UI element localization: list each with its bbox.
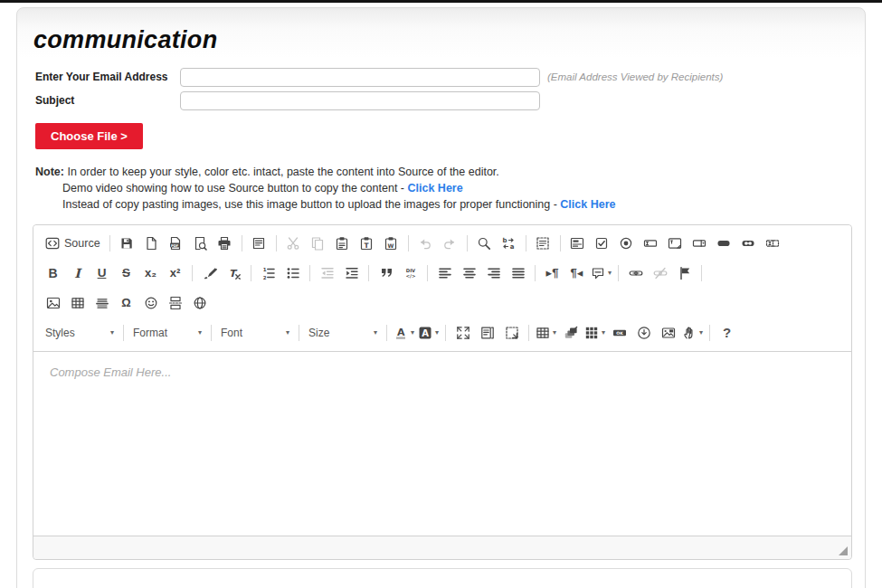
- toolbar-separator: [445, 325, 446, 341]
- editor-placeholder: Compose Email Here...: [50, 365, 835, 379]
- toolbar-row: SourcePDFTWba: [41, 228, 844, 258]
- editor-content-area[interactable]: Compose Email Here...: [33, 352, 851, 536]
- text-field-button[interactable]: [639, 232, 663, 255]
- language-button[interactable]: ▾: [589, 261, 613, 285]
- bold-button[interactable]: B: [41, 261, 65, 285]
- bidi-rtl-button[interactable]: ¶◂: [564, 261, 589, 285]
- italic-button[interactable]: I: [65, 261, 90, 285]
- print-button[interactable]: [213, 232, 237, 255]
- slideshow-button[interactable]: [656, 321, 680, 345]
- subject-label: Subject: [35, 94, 180, 107]
- show-blocks-button[interactable]: [475, 321, 499, 345]
- redo-icon: [442, 236, 457, 251]
- superscript-icon: x²: [170, 267, 181, 279]
- iframe-button[interactable]: [187, 291, 212, 315]
- styles-combo[interactable]: Styles▾: [41, 321, 119, 345]
- superscript-button[interactable]: x²: [163, 261, 187, 285]
- anchor-icon: [678, 266, 692, 280]
- align-left-button[interactable]: [432, 261, 457, 285]
- table-tools-button[interactable]: ▾: [534, 321, 558, 345]
- ok-badge-button[interactable]: OK: [607, 321, 631, 345]
- unlink-icon: [653, 266, 668, 280]
- radio-button[interactable]: [614, 232, 639, 255]
- toolbar-separator: [408, 235, 409, 251]
- justify-button[interactable]: [506, 261, 530, 285]
- bidi-ltr-button[interactable]: ▸¶: [540, 261, 564, 285]
- remove-format-button[interactable]: T: [222, 261, 246, 285]
- resize-handle-icon[interactable]: [839, 546, 848, 555]
- table-button[interactable]: [65, 291, 90, 315]
- source-label: Source: [64, 237, 100, 250]
- bg-color-button[interactable]: A▾: [416, 321, 441, 345]
- anchor-button[interactable]: [672, 261, 697, 285]
- paste-button[interactable]: [330, 232, 355, 255]
- page-break-button[interactable]: [163, 291, 187, 315]
- preview-button[interactable]: [188, 232, 213, 255]
- toolbar-separator: [123, 325, 124, 341]
- select-field-button[interactable]: [688, 232, 712, 255]
- svg-text:W: W: [388, 242, 394, 248]
- toolbar-separator: [251, 265, 251, 281]
- source-button[interactable]: Source: [41, 232, 105, 255]
- templates-button[interactable]: [247, 232, 271, 255]
- email-input[interactable]: [180, 68, 540, 87]
- bidi-ltr-icon: ▸¶: [546, 267, 559, 279]
- hidden-field-button[interactable]: [761, 232, 785, 255]
- note-line-1: Note: In order to keep your style, color…: [35, 164, 850, 180]
- toolbar-separator: [467, 235, 468, 251]
- button-button[interactable]: [712, 232, 736, 255]
- about-button[interactable]: ?: [715, 321, 739, 345]
- paste-word-button[interactable]: W: [379, 232, 403, 255]
- size-combo[interactable]: Size▾: [304, 321, 382, 345]
- numbered-list-button[interactable]: 12: [256, 261, 280, 285]
- choose-file-button[interactable]: Choose File >: [35, 123, 143, 149]
- grid-menu-button[interactable]: ▾: [583, 321, 607, 345]
- font-combo-label: Font: [221, 327, 242, 339]
- image-upload-link[interactable]: Click Here: [560, 198, 615, 211]
- smiley-button[interactable]: [138, 291, 163, 315]
- svg-text:1: 1: [262, 266, 266, 271]
- style-swatches-button[interactable]: [558, 321, 583, 345]
- image-button[interactable]: [41, 291, 65, 315]
- special-char-button[interactable]: Ω: [114, 291, 138, 315]
- bulleted-list-button[interactable]: [280, 261, 305, 285]
- subscript-button[interactable]: x₂: [138, 261, 163, 285]
- indent-button[interactable]: [339, 261, 364, 285]
- link-button[interactable]: [623, 261, 648, 285]
- format-combo[interactable]: Format▾: [128, 321, 206, 345]
- text-color-button[interactable]: A▾: [392, 321, 416, 345]
- align-right-button[interactable]: [481, 261, 506, 285]
- select-all-button[interactable]: [531, 232, 555, 255]
- download-button[interactable]: [631, 321, 656, 345]
- new-page-button[interactable]: [139, 232, 164, 255]
- subject-input[interactable]: [180, 91, 540, 110]
- find-button[interactable]: [472, 232, 497, 255]
- supported-variables-box: Supported Variables: {f_name} = First Na…: [33, 568, 852, 588]
- maximize-button[interactable]: [450, 321, 475, 345]
- note-line-3-text: Instead of copy pasting images, use this…: [62, 198, 557, 211]
- underline-button[interactable]: U: [90, 261, 114, 285]
- replace-button[interactable]: ba: [497, 232, 521, 255]
- div-container-button[interactable]: DIV</>: [398, 261, 422, 285]
- image-button-button[interactable]: [736, 232, 761, 255]
- note-line-3: Instead of copy pasting images, use this…: [35, 196, 850, 213]
- paste-text-button[interactable]: T: [355, 232, 379, 255]
- snippet-button[interactable]: [499, 321, 524, 345]
- hand-tool-button[interactable]: ▾: [680, 321, 705, 345]
- about-icon: ?: [723, 326, 731, 339]
- font-combo[interactable]: Font▾: [216, 321, 294, 345]
- copy-formatting-button[interactable]: [197, 261, 222, 285]
- checkbox-button[interactable]: [590, 232, 614, 255]
- form-button[interactable]: [565, 232, 590, 255]
- save-button[interactable]: [115, 232, 139, 255]
- horizontal-rule-button[interactable]: [90, 291, 114, 315]
- demo-video-link[interactable]: Click Here: [408, 182, 463, 194]
- toolbar-separator: [242, 235, 242, 251]
- align-center-button[interactable]: [457, 261, 481, 285]
- link-icon: [629, 266, 643, 280]
- form-icon: [570, 236, 584, 251]
- strikethrough-button[interactable]: S: [114, 261, 138, 285]
- blockquote-button[interactable]: [374, 261, 398, 285]
- export-pdf-button[interactable]: PDF: [164, 232, 188, 255]
- textarea-button[interactable]: [663, 232, 688, 255]
